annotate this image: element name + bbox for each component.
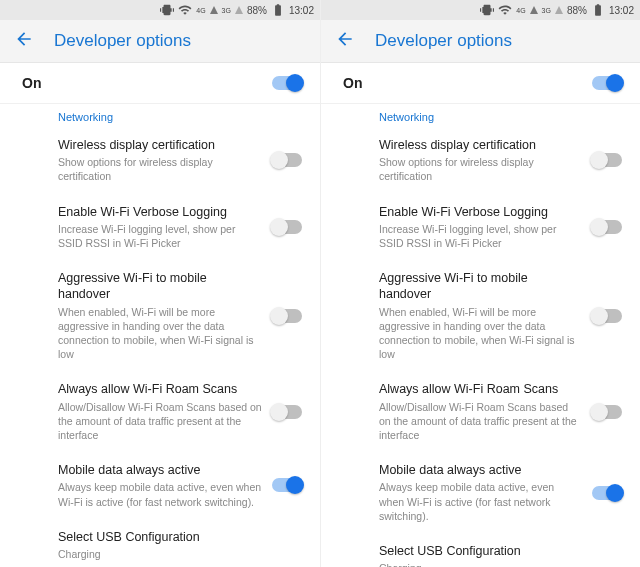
section-header: Networking [0, 104, 320, 127]
settings-item[interactable]: Always allow Wi-Fi Roam ScansAllow/Disal… [0, 371, 320, 452]
network-label-2: 3G [222, 7, 231, 14]
battery-icon [591, 3, 605, 17]
toggle-switch[interactable] [592, 76, 622, 90]
section-header: Networking [321, 104, 640, 127]
toggle-switch[interactable] [272, 478, 302, 492]
toggle-switch[interactable] [592, 309, 622, 323]
signal-icon [210, 6, 218, 14]
settings-item-subtitle: Always keep mobile data active, even whe… [58, 480, 262, 508]
settings-item-title: Wireless display certification [58, 137, 262, 153]
signal-icon [555, 6, 563, 14]
settings-item[interactable]: Select USB ConfigurationCharging [0, 519, 320, 567]
vibrate-icon [160, 3, 174, 17]
settings-item[interactable]: Wireless display certificationShow optio… [0, 127, 320, 194]
settings-item-title: Mobile data always active [58, 462, 262, 478]
settings-item[interactable]: Select USB ConfigurationCharging [321, 533, 640, 567]
settings-item-title: Wireless display certification [379, 137, 582, 153]
toggle-switch[interactable] [592, 220, 622, 234]
page-title: Developer options [54, 31, 191, 51]
status-bar: 4G3G88%13:02 [0, 0, 320, 20]
toggle-switch[interactable] [272, 76, 302, 90]
settings-item-subtitle: Allow/Disallow Wi-Fi Roam Scans based on… [379, 400, 582, 443]
status-bar: 4G3G88%13:02 [321, 0, 640, 20]
settings-item-title: Enable Wi-Fi Verbose Logging [379, 204, 582, 220]
toggle-switch[interactable] [272, 153, 302, 167]
settings-item[interactable]: Aggressive Wi-Fi to mobile handoverWhen … [0, 260, 320, 371]
settings-item-subtitle: When enabled, Wi-Fi will be more aggress… [379, 305, 582, 362]
battery-percent: 88% [247, 5, 267, 16]
network-label-1: 4G [516, 7, 525, 14]
settings-item-subtitle: Charging [379, 561, 622, 567]
toggle-switch[interactable] [272, 405, 302, 419]
settings-item-subtitle: Show options for wireless display certif… [379, 155, 582, 183]
back-button[interactable] [335, 29, 355, 53]
settings-item[interactable]: Mobile data always activeAlways keep mob… [0, 452, 320, 519]
toggle-switch[interactable] [592, 405, 622, 419]
vibrate-icon [480, 3, 494, 17]
battery-percent: 88% [567, 5, 587, 16]
page-title: Developer options [375, 31, 512, 51]
clock: 13:02 [609, 5, 634, 16]
back-icon [14, 29, 34, 49]
master-switch-row[interactable]: On [321, 63, 640, 104]
wifi-icon [178, 3, 192, 17]
back-icon [335, 29, 355, 49]
settings-item[interactable]: Aggressive Wi-Fi to mobile handoverWhen … [321, 260, 640, 371]
app-bar: Developer options [321, 20, 640, 63]
settings-item[interactable]: Wireless display certificationShow optio… [321, 127, 640, 194]
settings-item-title: Aggressive Wi-Fi to mobile handover [379, 270, 582, 303]
settings-item-subtitle: Charging [58, 547, 302, 561]
settings-item[interactable]: Mobile data always activeAlways keep mob… [321, 452, 640, 533]
app-bar: Developer options [0, 20, 320, 63]
settings-item-subtitle: Increase Wi-Fi logging level, show per S… [58, 222, 262, 250]
clock: 13:02 [289, 5, 314, 16]
network-label-2: 3G [542, 7, 551, 14]
settings-item[interactable]: Enable Wi-Fi Verbose LoggingIncrease Wi-… [0, 194, 320, 261]
settings-item-subtitle: Increase Wi-Fi logging level, show per S… [379, 222, 582, 250]
settings-item-subtitle: Always keep mobile data active, even whe… [379, 480, 582, 523]
master-switch-label: On [343, 75, 362, 91]
back-button[interactable] [14, 29, 34, 53]
settings-item-title: Enable Wi-Fi Verbose Logging [58, 204, 262, 220]
master-switch-row[interactable]: On [0, 63, 320, 104]
wifi-icon [498, 3, 512, 17]
settings-item-subtitle: When enabled, Wi-Fi will be more aggress… [58, 305, 262, 362]
settings-item-title: Always allow Wi-Fi Roam Scans [379, 381, 582, 397]
settings-item-subtitle: Show options for wireless display certif… [58, 155, 262, 183]
settings-item[interactable]: Always allow Wi-Fi Roam ScansAllow/Disal… [321, 371, 640, 452]
settings-item-title: Select USB Configuration [58, 529, 302, 545]
master-switch-label: On [22, 75, 41, 91]
settings-item-title: Mobile data always active [379, 462, 582, 478]
settings-item-title: Always allow Wi-Fi Roam Scans [58, 381, 262, 397]
settings-item-title: Select USB Configuration [379, 543, 622, 559]
signal-icon [530, 6, 538, 14]
toggle-switch[interactable] [272, 309, 302, 323]
settings-item[interactable]: Enable Wi-Fi Verbose LoggingIncrease Wi-… [321, 194, 640, 261]
network-label-1: 4G [196, 7, 205, 14]
toggle-switch[interactable] [592, 153, 622, 167]
battery-icon [271, 3, 285, 17]
signal-icon [235, 6, 243, 14]
settings-item-title: Aggressive Wi-Fi to mobile handover [58, 270, 262, 303]
toggle-switch[interactable] [592, 486, 622, 500]
toggle-switch[interactable] [272, 220, 302, 234]
settings-item-subtitle: Allow/Disallow Wi-Fi Roam Scans based on… [58, 400, 262, 443]
